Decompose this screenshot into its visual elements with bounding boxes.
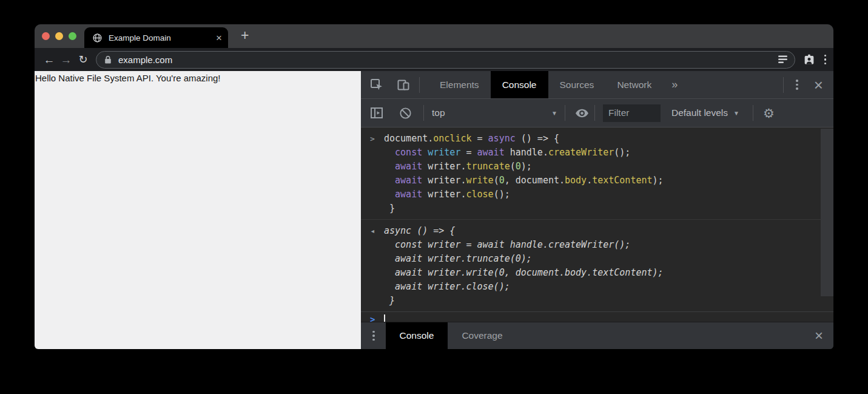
window-controls [35, 32, 84, 40]
inspect-element-icon[interactable] [369, 78, 384, 92]
text-cursor [384, 314, 385, 322]
drawer-tab-console[interactable]: Console [386, 322, 448, 349]
tab-close-icon[interactable]: × [216, 33, 222, 43]
console-result-arrow-icon: ◂ [361, 224, 384, 308]
code-line: document.onclick = async () => { [384, 132, 664, 146]
code-line: await writer.truncate(0); [384, 160, 664, 174]
settings-gear-icon[interactable]: ⚙ [763, 107, 775, 120]
code-line: const writer = await handle.createWriter… [384, 238, 664, 252]
favicon-globe-icon [92, 33, 103, 43]
devtools-panel: ElementsConsoleSourcesNetwork » × [361, 71, 833, 349]
browser-window: Example Domain × + ← → ↻ example.com [35, 24, 833, 349]
devtools-main-tabs: ElementsConsoleSourcesNetwork [428, 71, 663, 98]
code-line: await writer.write(0, document.body.text… [384, 174, 664, 188]
code-line: await writer.close(); [384, 280, 664, 294]
tab-network[interactable]: Network [605, 71, 663, 98]
code-line: await writer.write(0, document.body.text… [384, 266, 664, 280]
drawer-close-icon[interactable]: × [815, 328, 823, 343]
zoom-window-button[interactable] [69, 32, 76, 40]
code-line: } [384, 294, 664, 308]
browser-menu-icon[interactable] [824, 55, 827, 65]
address-bar[interactable]: example.com [96, 51, 795, 69]
chevron-down-icon: ▼ [733, 110, 739, 117]
console-result-message: ◂ async () => { const writer = await han… [361, 219, 833, 311]
tab-strip: Example Domain × + [35, 24, 833, 48]
console-toolbar: top ▼ Default levels [361, 99, 833, 127]
divider [594, 105, 595, 121]
divider [753, 105, 753, 121]
context-selector[interactable]: top ▼ [424, 107, 565, 118]
console-input-chevron-icon: > [361, 132, 384, 216]
page-body-text: Hello Native File System API. You're ama… [35, 73, 221, 83]
new-tab-button[interactable]: + [241, 29, 249, 44]
forward-button[interactable]: → [58, 54, 75, 66]
reload-button[interactable]: ↻ [75, 54, 92, 65]
url-text: example.com [118, 55, 772, 65]
tab-title: Example Domain [109, 33, 210, 42]
console-result-code: async () => { const writer = await handl… [384, 224, 664, 308]
code-line: await writer.close(); [384, 188, 664, 202]
browser-tab[interactable]: Example Domain × [84, 27, 228, 48]
back-button[interactable]: ← [41, 54, 58, 66]
drawer-tabs: ConsoleCoverage [386, 322, 517, 349]
device-toolbar-icon[interactable] [396, 78, 411, 92]
tab-console[interactable]: Console [491, 71, 548, 98]
drawer-tab-coverage[interactable]: Coverage [448, 322, 516, 349]
devtools-tab-bar: ElementsConsoleSourcesNetwork » × [361, 71, 833, 99]
console-prompt-chevron-icon: > [370, 313, 384, 322]
tab-elements[interactable]: Elements [428, 71, 491, 98]
devtools-close-icon[interactable]: × [814, 77, 823, 93]
console-prompt[interactable]: > [361, 311, 833, 322]
desktop-background: Example Domain × + ← → ↻ example.com [0, 0, 868, 394]
drawer-menu-icon[interactable] [372, 331, 375, 341]
log-levels-selector[interactable]: Default levels ▼ [671, 107, 739, 118]
console-messages[interactable]: > document.onclick = async () => { const… [361, 127, 833, 322]
divider [565, 105, 565, 121]
chevron-down-icon: ▼ [551, 110, 557, 117]
toolbar-right-group [801, 53, 827, 66]
profile-avatar-icon[interactable] [802, 53, 816, 66]
code-line: await writer.truncate(0); [384, 252, 664, 266]
console-command-code: document.onclick = async () => { const w… [384, 132, 664, 216]
live-expression-eye-icon[interactable] [574, 106, 590, 121]
devtools-menu-icon[interactable] [796, 80, 798, 90]
divider [419, 77, 420, 93]
content-area: Hello Native File System API. You're ama… [35, 71, 833, 349]
clear-console-icon[interactable] [399, 106, 412, 120]
console-sidebar-icon[interactable] [369, 106, 384, 120]
log-levels-value: Default levels [671, 107, 728, 118]
tab-sources[interactable]: Sources [548, 71, 606, 98]
lock-icon [104, 55, 112, 64]
more-tabs-icon[interactable]: » [671, 78, 678, 91]
devtools-drawer: ConsoleCoverage × [361, 322, 833, 349]
divider [783, 77, 784, 93]
close-window-button[interactable] [42, 32, 50, 40]
browser-toolbar: ← → ↻ example.com [35, 48, 833, 71]
code-line: const writer = await handle.createWriter… [384, 146, 664, 160]
filter-input[interactable] [603, 104, 661, 122]
minimize-window-button[interactable] [55, 32, 63, 40]
code-line: async () => { [384, 224, 664, 238]
reading-list-icon[interactable] [778, 55, 788, 64]
scrollbar[interactable] [821, 129, 833, 296]
web-page: Hello Native File System API. You're ama… [35, 71, 361, 349]
code-line: } [384, 202, 664, 216]
context-selector-value: top [432, 107, 445, 118]
console-command-message: > document.onclick = async () => { const… [361, 127, 833, 219]
